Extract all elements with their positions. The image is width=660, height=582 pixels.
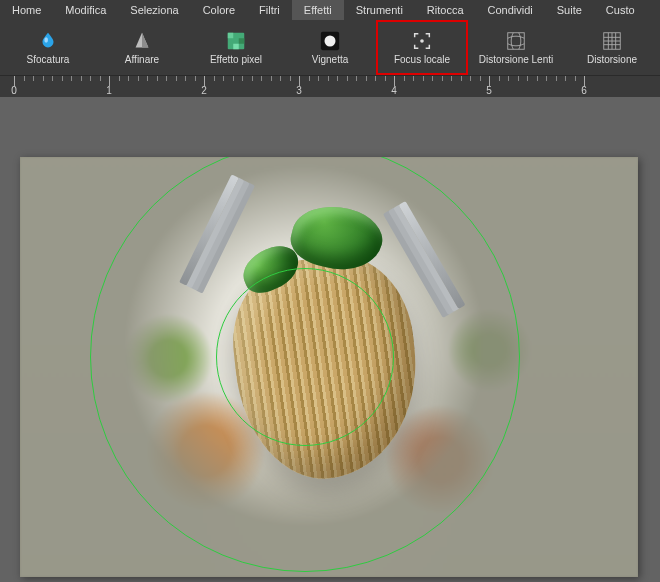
ruler-tick-minor: [480, 76, 481, 81]
tool-distorsione-lenti[interactable]: Distorsione Lenti: [468, 20, 564, 75]
ruler-tick-minor: [242, 76, 243, 81]
ruler-tick-minor: [252, 76, 253, 81]
image-stage[interactable]: [20, 157, 638, 577]
tool-focus-locale[interactable]: Focus locale: [376, 20, 468, 75]
blur-icon: [37, 30, 59, 52]
ruler-label: 0: [11, 85, 17, 96]
menu-item-label: Suite: [557, 4, 582, 16]
local-focus-icon: [411, 30, 433, 52]
ruler-tick-minor: [470, 76, 471, 81]
ruler-tick-minor: [461, 76, 462, 81]
ruler-tick-minor: [157, 76, 158, 81]
ruler-tick-minor: [318, 76, 319, 81]
tool-affinare[interactable]: Affinare: [96, 20, 188, 75]
tool-vignetta[interactable]: Vignetta: [284, 20, 376, 75]
menu-item-seleziona[interactable]: Seleziona: [118, 0, 190, 20]
svg-rect-8: [508, 33, 525, 50]
ruler-tick-minor: [432, 76, 433, 81]
menu-item-label: Modifica: [65, 4, 106, 16]
menu-item-colore[interactable]: Colore: [191, 0, 247, 20]
svg-rect-3: [239, 38, 245, 44]
ruler-tick-minor: [185, 76, 186, 81]
tool-label: Sfocatura: [27, 54, 70, 65]
local-focus-icon: [411, 30, 433, 52]
ruler-tick-minor: [233, 76, 234, 81]
ruler-tick-minor: [147, 76, 148, 81]
ruler-tick-minor: [499, 76, 500, 81]
lens-distortion-icon: [505, 30, 527, 52]
ruler-label: 6: [581, 85, 587, 96]
tool-distorsione[interactable]: Distorsione: [564, 20, 660, 75]
ruler-tick-minor: [527, 76, 528, 81]
svg-point-6: [325, 36, 336, 47]
tool-sfocatura[interactable]: Sfocatura: [0, 20, 96, 75]
ruler-label: 5: [486, 85, 492, 96]
ruler-tick-minor: [518, 76, 519, 81]
menu-item-label: Strumenti: [356, 4, 403, 16]
menu-item-label: Ritocca: [427, 4, 464, 16]
vignette-icon: [319, 30, 341, 52]
ruler-tick-minor: [280, 76, 281, 81]
lens-distortion-icon: [505, 30, 527, 52]
horizontal-ruler: 0123456: [0, 75, 660, 97]
ruler-tick-minor: [385, 76, 386, 81]
ruler-tick-minor: [62, 76, 63, 81]
tool-label: Vignetta: [312, 54, 349, 65]
ruler-tick-minor: [546, 76, 547, 81]
ruler-label: 1: [106, 85, 112, 96]
ruler-tick-minor: [442, 76, 443, 81]
menubar: HomeModificaSelezionaColoreFiltriEffetti…: [0, 0, 660, 20]
menu-item-label: Seleziona: [130, 4, 178, 16]
ruler-label: 2: [201, 85, 207, 96]
ruler-tick-minor: [176, 76, 177, 81]
menu-item-label: Colore: [203, 4, 235, 16]
ruler-tick-minor: [508, 76, 509, 81]
ruler-tick-minor: [81, 76, 82, 81]
menu-item-suite[interactable]: Suite: [545, 0, 594, 20]
menu-item-ritocca[interactable]: Ritocca: [415, 0, 476, 20]
tool-label: Effetto pixel: [210, 54, 262, 65]
ruler-tick-minor: [404, 76, 405, 81]
menu-item-custo[interactable]: Custo: [594, 0, 647, 20]
pixelate-icon: [225, 30, 247, 52]
menu-item-home[interactable]: Home: [0, 0, 53, 20]
svg-rect-2: [228, 33, 234, 39]
menu-item-label: Effetti: [304, 4, 332, 16]
ruler-tick-minor: [33, 76, 34, 81]
effects-toolbar: SfocaturaAffinareEffetto pixelVignettaFo…: [0, 20, 660, 75]
ruler-tick-minor: [537, 76, 538, 81]
ruler-tick-minor: [575, 76, 576, 81]
menu-item-label: Filtri: [259, 4, 280, 16]
ruler-tick-minor: [214, 76, 215, 81]
ruler-tick-minor: [328, 76, 329, 81]
ruler-tick-minor: [24, 76, 25, 81]
ruler-tick-minor: [413, 76, 414, 81]
svg-rect-4: [233, 44, 239, 50]
ruler-label: 3: [296, 85, 302, 96]
ruler-tick-minor: [128, 76, 129, 81]
ruler-tick-minor: [195, 76, 196, 81]
menu-item-strumenti[interactable]: Strumenti: [344, 0, 415, 20]
ruler-tick-minor: [290, 76, 291, 81]
vignette-icon: [319, 30, 341, 52]
ruler-tick-minor: [166, 76, 167, 81]
tool-effetto-pixel[interactable]: Effetto pixel: [188, 20, 284, 75]
ruler-tick-minor: [271, 76, 272, 81]
menu-item-label: Home: [12, 4, 41, 16]
ruler-tick-minor: [356, 76, 357, 81]
ruler-tick-minor: [223, 76, 224, 81]
menu-item-effetti[interactable]: Effetti: [292, 0, 344, 20]
menu-item-condividi[interactable]: Condividi: [476, 0, 545, 20]
distortion-icon: [601, 30, 623, 52]
svg-point-0: [44, 37, 48, 43]
ruler-tick-minor: [366, 76, 367, 81]
ruler-tick-minor: [52, 76, 53, 81]
canvas-area[interactable]: [0, 97, 660, 582]
ruler-tick-minor: [375, 76, 376, 81]
menu-item-filtri[interactable]: Filtri: [247, 0, 292, 20]
ruler-tick-minor: [309, 76, 310, 81]
menu-item-label: Condividi: [488, 4, 533, 16]
ruler-label: 4: [391, 85, 397, 96]
menu-item-modifica[interactable]: Modifica: [53, 0, 118, 20]
ruler-tick-minor: [138, 76, 139, 81]
